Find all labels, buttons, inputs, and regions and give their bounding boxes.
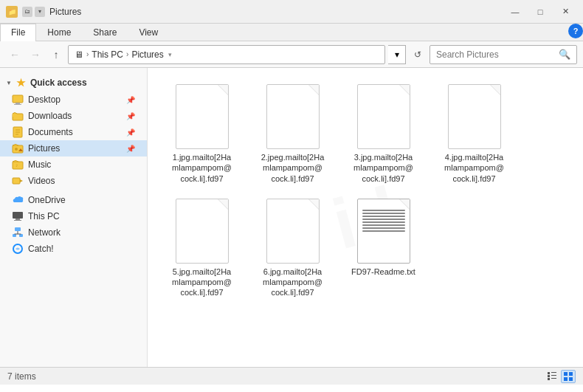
tab-home[interactable]: Home bbox=[36, 24, 82, 41]
downloads-pin-icon: 📌 bbox=[126, 112, 135, 120]
desktop-pin-icon: 📌 bbox=[126, 96, 135, 104]
path-this-pc[interactable]: This PC bbox=[92, 49, 123, 60]
fold-inner-0 bbox=[218, 85, 228, 94]
text-line bbox=[362, 221, 405, 223]
file-item-0[interactable]: 1.jpg.mailto[2Ha mlampampom@ cock.li].fd… bbox=[159, 80, 244, 188]
text-line bbox=[362, 224, 405, 226]
sidebar-item-documents[interactable]: Documents 📌 bbox=[0, 124, 147, 140]
file-icon-4 bbox=[176, 199, 229, 264]
text-line bbox=[362, 219, 405, 220]
tab-share[interactable]: Share bbox=[82, 24, 128, 41]
svg-rect-2 bbox=[14, 104, 21, 105]
file-content: id 1.jpg.mailto[2Ha mlampampom@ cock.li]… bbox=[148, 68, 583, 367]
svg-rect-20 bbox=[19, 234, 23, 237]
window-title: Pictures bbox=[49, 7, 81, 17]
window-controls: — □ ✕ bbox=[503, 4, 577, 19]
path-pictures[interactable]: Pictures bbox=[131, 49, 163, 60]
pin-2[interactable]: ▾ bbox=[35, 7, 45, 17]
maximize-button[interactable]: □ bbox=[528, 4, 552, 19]
music-label: Music bbox=[28, 159, 135, 170]
quick-access-header[interactable]: ▼ ★ Quick access bbox=[0, 74, 147, 92]
svg-rect-26 bbox=[551, 372, 556, 373]
path-dropdown-arrow[interactable]: ▾ bbox=[168, 51, 172, 58]
address-dropdown[interactable]: ▾ bbox=[388, 45, 406, 64]
file-icon-6 bbox=[357, 199, 410, 264]
file-item-2[interactable]: 3.jpg.mailto[2Ha mlampampom@ cock.li].fd… bbox=[341, 80, 426, 188]
sidebar-item-catch[interactable]: Catch! bbox=[0, 241, 147, 257]
catch-label: Catch! bbox=[28, 244, 135, 254]
close-button[interactable]: ✕ bbox=[553, 4, 577, 19]
file-item-1[interactable]: 2.jpeg.mailto[2Ha mlampampom@ cock.li].f… bbox=[250, 80, 335, 188]
list-view-button[interactable] bbox=[545, 370, 559, 383]
address-path[interactable]: 🖥 › This PC › Pictures ▾ bbox=[68, 45, 385, 64]
file-item-3[interactable]: 4.jpg.mailto[2Ha mlampampom@ cock.li].fd… bbox=[432, 80, 517, 188]
sidebar: ▼ ★ Quick access Desktop 📌 Downloads 📌 bbox=[0, 68, 148, 367]
title-bar-left: 📁 🗂 ▾ Pictures bbox=[6, 6, 81, 18]
svg-rect-0 bbox=[13, 95, 23, 103]
sidebar-item-downloads[interactable]: Downloads 📌 bbox=[0, 108, 147, 124]
back-button[interactable]: ← bbox=[6, 46, 24, 63]
ribbon-tabs: File Home Share View ? bbox=[0, 24, 583, 41]
help-button[interactable]: ? bbox=[568, 24, 583, 38]
file-icon-1 bbox=[266, 84, 320, 149]
svg-rect-27 bbox=[548, 375, 550, 377]
svg-rect-32 bbox=[569, 372, 573, 376]
file-item-5[interactable]: 6.jpg.mailto[2Ha mlampampom@ cock.li].fd… bbox=[250, 194, 335, 303]
sidebar-item-desktop[interactable]: Desktop 📌 bbox=[0, 92, 147, 108]
file-name-2: 3.jpg.mailto[2Ha mlampampom@ cock.li].fd… bbox=[345, 152, 421, 184]
file-icon-3 bbox=[448, 84, 501, 149]
sidebar-item-this-pc[interactable]: This PC bbox=[0, 208, 147, 224]
forward-button[interactable]: → bbox=[27, 46, 44, 63]
sidebar-item-onedrive[interactable]: OneDrive bbox=[0, 192, 147, 208]
search-box[interactable]: 🔍 bbox=[430, 45, 577, 64]
documents-label: Documents bbox=[28, 127, 122, 137]
svg-point-10 bbox=[15, 148, 18, 151]
documents-icon bbox=[12, 126, 24, 138]
catch-icon bbox=[12, 243, 24, 255]
svg-rect-17 bbox=[14, 220, 21, 221]
text-line bbox=[362, 210, 405, 211]
file-icon-5 bbox=[266, 199, 320, 264]
file-name-3: 4.jpg.mailto[2Ha mlampampom@ cock.li].fd… bbox=[436, 152, 512, 184]
title-bar-pins: 🗂 ▾ bbox=[22, 7, 45, 17]
desktop-icon bbox=[12, 94, 24, 106]
pin-1[interactable]: 🗂 bbox=[22, 7, 32, 17]
svg-rect-13 bbox=[13, 178, 20, 184]
text-line bbox=[362, 230, 405, 232]
downloads-label: Downloads bbox=[28, 111, 122, 121]
file-name-1: 2.jpeg.mailto[2Ha mlampampom@ cock.li].f… bbox=[255, 152, 331, 184]
up-button[interactable]: ↑ bbox=[47, 46, 65, 63]
fold-inner-3 bbox=[491, 85, 500, 94]
pictures-label: Pictures bbox=[28, 143, 122, 154]
svg-rect-31 bbox=[564, 372, 568, 376]
main-area: ▼ ★ Quick access Desktop 📌 Downloads 📌 bbox=[0, 68, 583, 367]
tab-file[interactable]: File bbox=[0, 24, 36, 41]
svg-rect-33 bbox=[564, 377, 568, 381]
onedrive-label: OneDrive bbox=[28, 195, 135, 205]
pictures-pin-icon: 📌 bbox=[126, 145, 135, 153]
minimize-button[interactable]: — bbox=[503, 4, 527, 19]
sidebar-item-videos[interactable]: Videos bbox=[0, 173, 147, 189]
music-icon: ♪ bbox=[12, 159, 24, 171]
search-icon: 🔍 bbox=[559, 49, 570, 60]
desktop-label: Desktop bbox=[28, 94, 122, 105]
title-bar: 📁 🗂 ▾ Pictures — □ ✕ bbox=[0, 0, 583, 24]
quick-access-star-icon: ★ bbox=[16, 77, 26, 89]
pictures-icon bbox=[12, 142, 24, 154]
refresh-button[interactable]: ↺ bbox=[409, 45, 427, 64]
text-line bbox=[362, 216, 405, 217]
tab-view[interactable]: View bbox=[128, 24, 169, 41]
this-pc-label: This PC bbox=[28, 211, 135, 221]
svg-rect-19 bbox=[13, 234, 16, 237]
file-item-6[interactable]: FD97-Readme.txt bbox=[341, 194, 426, 303]
svg-rect-28 bbox=[551, 375, 556, 376]
sidebar-item-network[interactable]: Network bbox=[0, 224, 147, 241]
grid-view-button[interactable] bbox=[561, 370, 576, 383]
sidebar-item-pictures[interactable]: Pictures 📌 bbox=[0, 140, 147, 157]
status-bar: 7 items bbox=[0, 367, 583, 385]
sidebar-item-music[interactable]: ♪ Music bbox=[0, 157, 147, 173]
item-count: 7 items bbox=[7, 371, 36, 382]
search-input[interactable] bbox=[436, 49, 559, 60]
text-line bbox=[362, 227, 405, 229]
file-item-4[interactable]: 5.jpg.mailto[2Ha mlampampom@ cock.li].fd… bbox=[159, 194, 244, 303]
